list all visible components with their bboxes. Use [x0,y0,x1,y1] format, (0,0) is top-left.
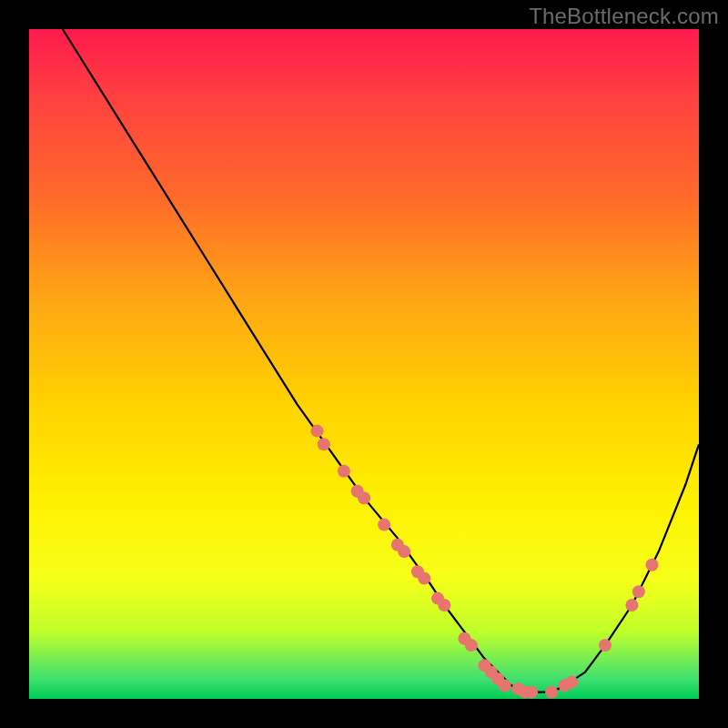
data-marker [438,599,450,612]
curve-layer [63,29,699,693]
data-marker [378,519,390,531]
data-marker [398,545,410,558]
data-marker [499,679,511,692]
data-marker [625,599,638,612]
data-marker [311,425,324,438]
data-marker [632,585,645,598]
data-marker [465,639,478,652]
chart-svg [29,29,699,699]
data-marker [318,438,330,450]
watermark-text: TheBottleneck.com [529,4,719,29]
bottleneck-curve [63,29,699,693]
data-marker [599,639,612,652]
data-marker [565,676,578,689]
data-marker [545,686,558,699]
data-marker [358,491,370,504]
data-marker [525,686,538,699]
data-marker [646,559,659,571]
data-marker [338,465,350,478]
chart-frame: TheBottleneck.com [0,0,728,728]
data-marker [418,572,430,585]
